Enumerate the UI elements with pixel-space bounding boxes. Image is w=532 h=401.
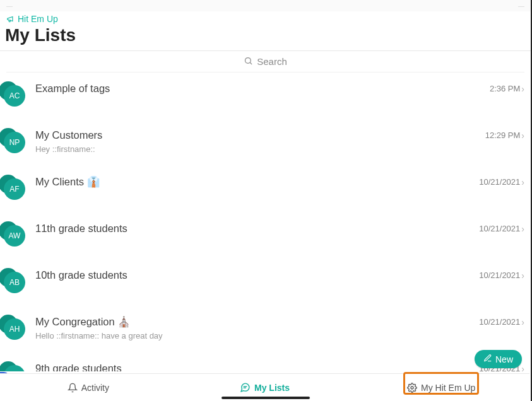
list-item-body: Example of tags	[35, 83, 490, 95]
list-item-subtitle: Hey ::firstname::	[35, 144, 485, 154]
list-item-time: 10/21/2021	[479, 270, 520, 280]
list-item-body: 10th grade students	[35, 269, 479, 282]
list-item[interactable]: AHMy Congregation ⛪Hello ::firstname:: h…	[0, 306, 531, 352]
list-item-meta: 10/21/2021›	[479, 224, 524, 233]
list-item-subtitle: Hello ::firstname:: have a great day	[35, 331, 479, 340]
list-item[interactable]: AFMy Clients 👔10/21/2021›	[0, 166, 531, 212]
svg-point-4	[411, 386, 413, 389]
list-item-time: 10/21/2021	[479, 317, 520, 327]
new-button-label: New	[495, 354, 513, 364]
list-item-meta: 10/21/2021›	[479, 270, 524, 280]
avatar: AH	[4, 318, 29, 344]
avatar: NP	[4, 132, 29, 157]
list-item-title: My Clients 👔	[35, 176, 479, 189]
tab-mylists-label: My Lists	[254, 383, 290, 393]
list-item-body: My CustomersHey ::firstname::	[35, 129, 485, 154]
megaphone-icon	[6, 15, 15, 23]
list-item-time: 10/21/2021	[479, 177, 520, 187]
list-item-meta: 10/21/2021›	[479, 317, 524, 327]
svg-point-0	[245, 57, 251, 63]
chevron-right-icon: ›	[521, 271, 524, 280]
search-placeholder: Search	[257, 56, 287, 67]
avatar: AF	[4, 178, 29, 204]
chevron-right-icon: ›	[521, 178, 524, 187]
list-item[interactable]: ACExample of tags2:36 PM›	[0, 73, 531, 119]
chevron-right-icon: ›	[521, 84, 524, 93]
svg-line-1	[251, 62, 252, 64]
search-bar[interactable]: Search	[6, 51, 524, 73]
brand-row[interactable]: Hit Em Up	[0, 11, 531, 24]
tab-activity-label: Activity	[81, 383, 109, 393]
compose-icon	[483, 354, 492, 364]
list-item-title: 10th grade students	[35, 269, 479, 282]
avatar-initials: AC	[4, 85, 25, 107]
list-item[interactable]: AW11th grade students10/21/2021›	[0, 212, 531, 259]
avatar-initials: NP	[4, 132, 25, 153]
tab-settings[interactable]: My Hit Em Up	[353, 374, 529, 401]
brand-label: Hit Em Up	[18, 14, 58, 24]
chevron-right-icon: ›	[521, 131, 524, 140]
bell-icon	[68, 383, 78, 393]
home-indicator	[222, 397, 310, 399]
list-item-meta: 2:36 PM›	[490, 84, 524, 93]
list-item-body: 11th grade students	[35, 223, 479, 235]
list-item-title: My Congregation ⛪	[35, 316, 479, 328]
list-item-meta: 10/21/2021›	[479, 177, 524, 187]
tab-activity[interactable]: Activity	[0, 374, 177, 401]
avatar-initials: AF	[4, 178, 25, 200]
list-item[interactable]: NPMy CustomersHey ::firstname::12:29 PM›	[0, 119, 531, 166]
avatar: AB	[4, 272, 29, 297]
chevron-right-icon: ›	[521, 364, 524, 372]
list-item-meta: 12:29 PM›	[485, 131, 524, 140]
chevron-right-icon: ›	[521, 224, 524, 233]
list-item-time: 10/21/2021	[479, 224, 520, 233]
list-item-body: My Congregation ⛪Hello ::firstname:: hav…	[35, 316, 479, 340]
list-item-title: Example of tags	[35, 83, 490, 95]
avatar-initials: AW	[4, 225, 25, 247]
status-bar: — —	[0, 0, 531, 11]
avatar: AW	[4, 225, 29, 250]
status-right: —	[518, 3, 524, 9]
list-container[interactable]: ACExample of tags2:36 PM›NPMy CustomersH…	[0, 73, 531, 371]
list-item-title: 9th grade students	[35, 363, 479, 371]
search-icon	[244, 56, 253, 67]
list-item-body: My Clients 👔	[35, 176, 479, 189]
avatar: AC	[4, 85, 29, 110]
list-item-time: 2:36 PM	[490, 84, 520, 93]
chat-icon	[240, 382, 251, 393]
avatar-initials: AB	[4, 272, 25, 293]
status-left: —	[6, 3, 13, 9]
list-item-time: 12:29 PM	[485, 131, 521, 140]
chevron-right-icon: ›	[521, 318, 524, 327]
gear-icon	[407, 383, 417, 393]
list-item-title: 11th grade students	[35, 223, 479, 235]
new-button[interactable]: New	[475, 350, 522, 368]
page-title: My Lists	[0, 24, 531, 50]
list-item[interactable]: AC9th grade students10/21/2021›	[0, 352, 531, 371]
avatar: AC	[4, 365, 29, 371]
list-item[interactable]: AB10th grade students10/21/2021›	[0, 259, 531, 306]
avatar-initials: AH	[4, 318, 25, 340]
tab-settings-label: My Hit Em Up	[421, 383, 475, 393]
list-item-title: My Customers	[35, 129, 485, 142]
list-item-body: 9th grade students	[35, 363, 479, 371]
